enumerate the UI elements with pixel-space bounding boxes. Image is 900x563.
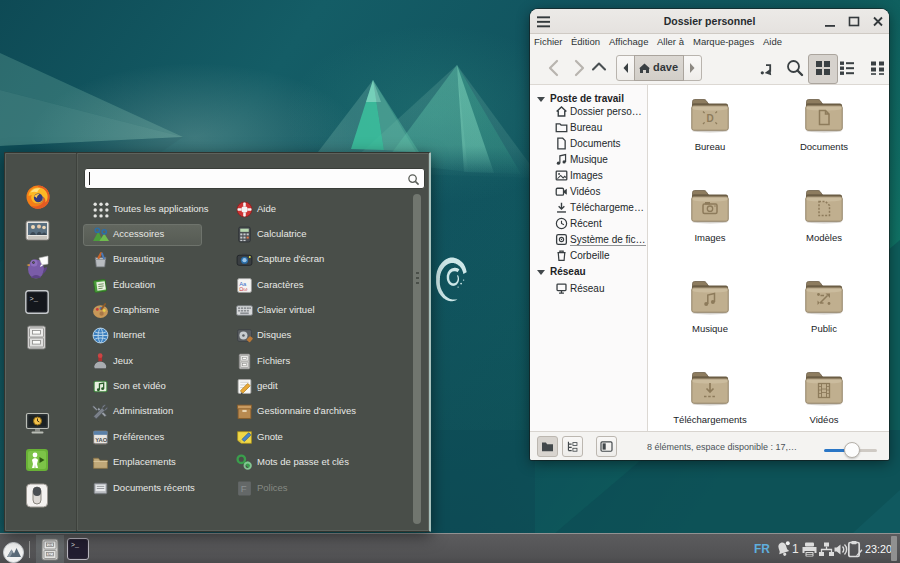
svg-text:D: D [706,113,713,124]
svg-text:OD: OD [48,543,53,547]
svg-text:YAO: YAO [95,437,108,443]
svg-text:INO: INO [47,553,53,557]
svg-text:>_: >_ [71,542,79,549]
svg-text:Ωω: Ωω [239,286,247,292]
svg-text:>_: >_ [30,295,39,303]
svg-text:F: F [241,483,247,494]
